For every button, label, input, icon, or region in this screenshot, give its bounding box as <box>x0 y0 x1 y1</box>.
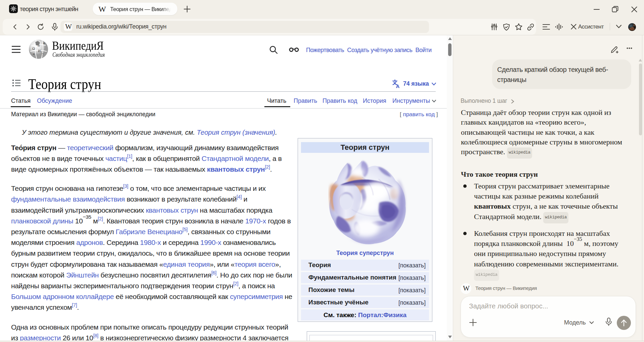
svg-text:7: 7 <box>42 53 44 56</box>
svg-text:A: A <box>396 83 400 88</box>
svg-text:И: И <box>38 49 41 53</box>
svg-text:ж: ж <box>33 52 35 55</box>
svg-text:W: W <box>37 44 40 47</box>
svg-text:Ω: Ω <box>32 46 35 50</box>
svg-text:Ф: Ф <box>43 42 45 45</box>
